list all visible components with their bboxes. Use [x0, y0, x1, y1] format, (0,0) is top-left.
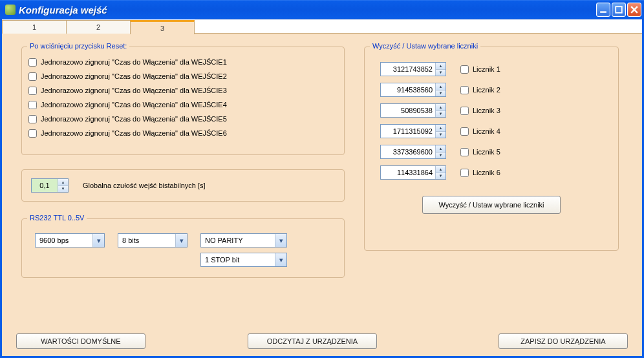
- defaults-button[interactable]: WARTOŚCI DOMYŚLNE: [16, 333, 145, 349]
- maximize-button[interactable]: [612, 3, 626, 17]
- titlebar: Konfiguracja wejść: [0, 0, 644, 19]
- counter-value-2[interactable]: [381, 83, 435, 96]
- client-area: 1 2 3 Po wciśnięciu przycisku Reset: Jed…: [0, 19, 644, 358]
- chevron-down-icon: ▾: [275, 253, 286, 266]
- counter-spinner-5[interactable]: ▲▼: [380, 145, 446, 159]
- chevron-down-icon: ▾: [92, 234, 104, 247]
- reset-check-3[interactable]: [28, 87, 37, 95]
- reset-check-6[interactable]: [28, 129, 37, 138]
- reset-item-5: Jednorazowo zignoruj "Czas do Włączenia"…: [22, 112, 344, 126]
- counter-row-6: ▲▼ Licznik 6: [365, 162, 618, 183]
- stopbit-combo[interactable]: 1 STOP bit ▾: [200, 253, 287, 267]
- counter-label-4: Licznik 4: [473, 127, 500, 135]
- counter-spinner-1[interactable]: ▲▼: [380, 62, 446, 76]
- counter-value-3[interactable]: [381, 104, 435, 117]
- baud-value: 9600 bps: [39, 237, 69, 244]
- counter-spinner-3[interactable]: ▲▼: [380, 103, 446, 118]
- counter-check-1[interactable]: [460, 65, 469, 74]
- sensitivity-group: ▲▼ Globalna czułość wejść bistabilnych […: [21, 169, 345, 202]
- counter-value-6[interactable]: [381, 166, 435, 179]
- counter-value-4[interactable]: [381, 125, 435, 138]
- counter-label-3: Licznik 3: [473, 107, 500, 114]
- reset-check-1[interactable]: [28, 58, 37, 67]
- counter-check-2[interactable]: [460, 86, 469, 94]
- counter-row-2: ▲▼ Licznik 2: [365, 79, 618, 100]
- counter-check-3[interactable]: [460, 107, 469, 115]
- counter-label-5: Licznik 5: [473, 148, 500, 156]
- read-device-button[interactable]: ODCZYTAJ Z URZĄDZENIA: [248, 333, 377, 349]
- tab-3[interactable]: 3: [130, 20, 195, 34]
- reset-label-1: Jednorazowo zignoruj "Czas do Włączenia"…: [41, 58, 227, 66]
- reset-check-4[interactable]: [28, 101, 37, 109]
- reset-label-2: Jednorazowo zignoruj "Czas do Włączenia"…: [41, 72, 227, 80]
- counter-spinner-6[interactable]: ▲▼: [380, 165, 446, 180]
- reset-label-5: Jednorazowo zignoruj "Czas do Włączenia"…: [41, 115, 227, 123]
- svg-rect-1: [616, 6, 622, 13]
- counter-row-4: ▲▼ Licznik 4: [365, 121, 618, 142]
- counter-value-1[interactable]: [381, 63, 435, 76]
- counter-check-5[interactable]: [460, 148, 469, 156]
- parity-value: NO PARITY: [205, 237, 242, 244]
- counter-spinner-4[interactable]: ▲▼: [380, 124, 446, 138]
- sensitivity-spinner[interactable]: ▲▼: [31, 178, 69, 193]
- counter-spinner-2[interactable]: ▲▼: [380, 83, 446, 97]
- counter-check-4[interactable]: [460, 127, 469, 136]
- minimize-button[interactable]: [596, 3, 610, 17]
- reset-group-legend: Po wciśnięciu przycisku Reset:: [27, 42, 129, 50]
- bits-value: 8 bits: [122, 237, 139, 244]
- sensitivity-label: Globalna czułość wejść bistabilnych [s]: [83, 182, 206, 189]
- stopbit-value: 1 STOP bit: [205, 256, 239, 264]
- reset-label-6: Jednorazowo zignoruj "Czas do Włączenia"…: [41, 129, 227, 137]
- reset-check-5[interactable]: [28, 115, 37, 123]
- save-device-button[interactable]: ZAPISZ DO URZĄDZENIA: [499, 333, 628, 349]
- tab-2[interactable]: 2: [66, 20, 131, 34]
- chevron-down-icon: ▾: [175, 234, 187, 247]
- rs232-group: RS232 TTL 0..5V 9600 bps ▾ 8 bits ▾ NO P…: [21, 218, 345, 278]
- reset-item-2: Jednorazowo zignoruj "Czas do Włączenia"…: [22, 69, 344, 83]
- tab-pane: Po wciśnięciu przycisku Reset: Jednorazo…: [2, 34, 642, 355]
- svg-rect-0: [600, 11, 606, 12]
- counter-row-5: ▲▼ Licznik 5: [365, 142, 618, 162]
- tabstrip: 1 2 3: [2, 19, 642, 34]
- counter-label-2: Licznik 2: [473, 86, 500, 94]
- counter-value-5[interactable]: [381, 145, 435, 158]
- counter-row-1: ▲▼ Licznik 1: [365, 59, 618, 79]
- rs232-legend: RS232 TTL 0..5V: [27, 214, 87, 222]
- reset-item-1: Jednorazowo zignoruj "Czas do Włączenia"…: [22, 55, 344, 69]
- reset-check-2[interactable]: [28, 72, 37, 81]
- close-button[interactable]: [627, 3, 641, 17]
- counter-label-1: Licznik 1: [473, 65, 500, 73]
- reset-item-3: Jednorazowo zignoruj "Czas do Włączenia"…: [22, 83, 344, 98]
- sensitivity-value[interactable]: [32, 179, 58, 192]
- reset-item-4: Jednorazowo zignoruj "Czas do Włączenia"…: [22, 98, 344, 112]
- chevron-down-icon: ▾: [275, 234, 286, 247]
- counters-legend: Wyczyść / Ustaw wybrane liczniki: [370, 42, 480, 50]
- clear-set-counters-button[interactable]: Wyczyść / Ustaw wybrane liczniki: [422, 196, 561, 214]
- reset-label-3: Jednorazowo zignoruj "Czas do Włączenia"…: [41, 87, 227, 94]
- bits-combo[interactable]: 8 bits ▾: [118, 233, 188, 247]
- tab-1[interactable]: 1: [2, 20, 67, 34]
- sensitivity-arrows[interactable]: ▲▼: [58, 179, 68, 192]
- reset-item-6: Jednorazowo zignoruj "Czas do Włączenia"…: [22, 126, 344, 140]
- baud-combo[interactable]: 9600 bps ▾: [35, 233, 105, 247]
- counter-check-6[interactable]: [460, 169, 469, 177]
- reset-group: Po wciśnięciu przycisku Reset: Jednorazo…: [21, 47, 345, 155]
- counter-label-6: Licznik 6: [473, 169, 500, 176]
- counters-group: Wyczyść / Ustaw wybrane liczniki ▲▼ Licz…: [364, 47, 619, 251]
- counter-row-3: ▲▼ Licznik 3: [365, 100, 618, 121]
- window-title: Konfiguracja wejść: [19, 5, 596, 16]
- reset-label-4: Jednorazowo zignoruj "Czas do Włączenia"…: [41, 101, 227, 109]
- parity-combo[interactable]: NO PARITY ▾: [200, 233, 287, 247]
- app-icon: [5, 5, 16, 15]
